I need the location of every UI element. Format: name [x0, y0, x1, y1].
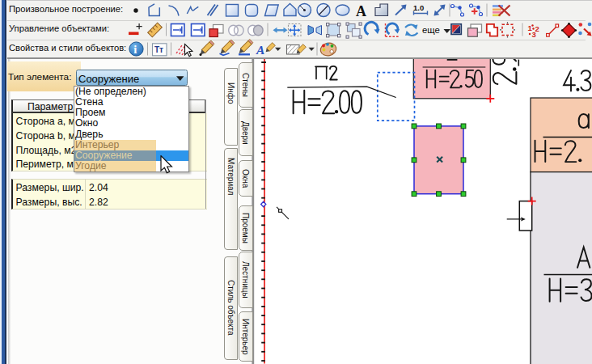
- svg-text:1.0: 1.0: [413, 3, 424, 12]
- svg-text:i: i: [133, 43, 137, 56]
- svg-text:A: A: [256, 43, 264, 57]
- svg-text:A: A: [356, 3, 366, 19]
- svg-text:Tт: Tт: [154, 45, 163, 54]
- svg-text:3: 3: [532, 30, 536, 39]
